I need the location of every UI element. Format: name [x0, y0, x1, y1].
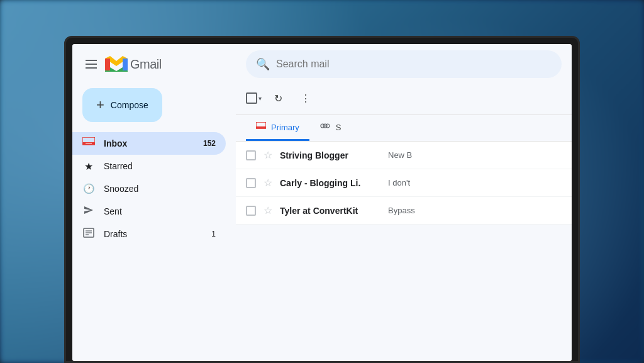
- star-button[interactable]: ☆: [264, 204, 272, 216]
- inbox-label: Inbox: [104, 138, 194, 148]
- email-checkbox[interactable]: [246, 178, 256, 188]
- sidebar-item-sent[interactable]: Sent: [72, 200, 226, 223]
- drafts-label: Drafts: [104, 229, 203, 239]
- primary-tab-label: Primary: [271, 123, 299, 132]
- tab-social[interactable]: S: [309, 115, 352, 141]
- snoozed-label: Snoozed: [104, 184, 216, 194]
- more-dots-icon: ⋮: [301, 92, 311, 104]
- gmail-m-icon: [105, 56, 128, 73]
- search-bar[interactable]: 🔍: [246, 50, 562, 78]
- sidebar: Gmail + Compose: [72, 44, 236, 361]
- main-content: 🔍 ▾ ↻ ⋮: [236, 44, 572, 361]
- svg-point-16: [326, 124, 330, 128]
- social-tab-icon: [319, 121, 331, 133]
- search-bar-container: 🔍: [236, 44, 572, 84]
- email-row[interactable]: ☆ Tyler at ConvertKit Bypass: [236, 197, 572, 225]
- laptop-bezel: Gmail + Compose: [64, 36, 580, 363]
- menu-line: [86, 60, 97, 61]
- primary-tab-icon: [256, 122, 266, 133]
- sidebar-item-starred[interactable]: ★ Starred: [72, 155, 226, 177]
- sidebar-nav: Inbox 152 ★ Starred 🕐 Snoozed: [72, 132, 236, 245]
- inbox-count: 152: [203, 139, 216, 148]
- email-sender: Tyler at ConvertKit: [280, 206, 380, 216]
- star-button[interactable]: ☆: [264, 149, 272, 161]
- svg-rect-13: [256, 126, 266, 129]
- tab-primary[interactable]: Primary: [246, 115, 309, 141]
- tabs-bar: Primary S: [236, 115, 572, 142]
- email-list: ☆ Striving Blogger New B ☆ Carly - Blogg…: [236, 142, 572, 361]
- sidebar-item-drafts[interactable]: Drafts 1: [72, 223, 226, 245]
- social-tab-label: S: [336, 123, 341, 132]
- email-checkbox[interactable]: [246, 150, 256, 160]
- compose-button[interactable]: + Compose: [82, 88, 162, 122]
- email-preview: New B: [388, 150, 562, 160]
- drafts-count: 1: [211, 230, 216, 238]
- compose-label: Compose: [111, 100, 148, 110]
- gmail-logo: Gmail: [105, 56, 162, 73]
- menu-line: [86, 64, 97, 65]
- gmail-header: Gmail: [72, 50, 236, 83]
- email-checkbox[interactable]: [246, 206, 256, 216]
- refresh-button[interactable]: ↻: [267, 87, 289, 109]
- search-icon: 🔍: [256, 57, 270, 71]
- inbox-icon: [82, 137, 95, 150]
- send-icon: [82, 205, 95, 218]
- toolbar: ▾ ↻ ⋮: [236, 84, 572, 115]
- chevron-down-icon: ▾: [258, 95, 262, 102]
- email-row[interactable]: ☆ Carly - Blogging Li. I don't: [236, 169, 572, 197]
- drafts-icon: [82, 228, 95, 240]
- compose-plus-icon: +: [96, 97, 104, 113]
- email-sender: Striving Blogger: [280, 150, 380, 160]
- refresh-icon: ↻: [274, 92, 282, 104]
- star-button[interactable]: ☆: [264, 177, 272, 189]
- checkbox-square: [246, 92, 257, 104]
- laptop-screen: Gmail + Compose: [72, 44, 572, 361]
- menu-line: [86, 67, 97, 69]
- email-preview: Bypass: [388, 206, 562, 215]
- starred-label: Starred: [104, 161, 216, 171]
- sent-label: Sent: [104, 206, 216, 216]
- menu-button[interactable]: [82, 55, 100, 73]
- email-preview: I don't: [388, 178, 562, 187]
- email-sender: Carly - Blogging Li.: [280, 178, 380, 188]
- more-options-button[interactable]: ⋮: [294, 87, 317, 109]
- gmail-title: Gmail: [130, 57, 162, 72]
- clock-icon: 🕐: [82, 183, 95, 194]
- select-all-checkbox[interactable]: ▾: [246, 92, 262, 104]
- email-row[interactable]: ☆ Striving Blogger New B: [236, 142, 572, 169]
- sidebar-item-inbox[interactable]: Inbox 152: [72, 132, 226, 155]
- search-input[interactable]: [276, 59, 552, 70]
- sidebar-item-snoozed[interactable]: 🕐 Snoozed: [72, 177, 226, 200]
- star-icon: ★: [82, 160, 95, 172]
